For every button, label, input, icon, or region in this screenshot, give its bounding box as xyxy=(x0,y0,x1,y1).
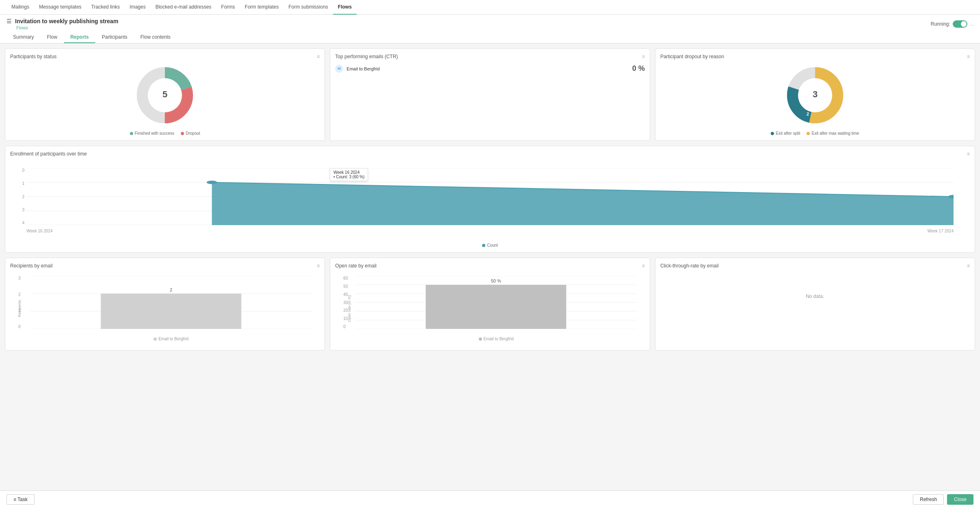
toggle-knob xyxy=(961,21,967,27)
dropout-legend: Exit after split Exit after max waiting … xyxy=(771,131,859,136)
email-icon: ✉ xyxy=(335,65,343,73)
svg-text:50 %: 50 % xyxy=(491,278,501,283)
nav-item-mailings[interactable]: Mailings xyxy=(7,0,34,15)
open-rate-bar-chart: 50 % xyxy=(355,276,636,329)
svg-rect-34 xyxy=(426,285,566,329)
legend-finished-success: Finished with success xyxy=(130,131,174,136)
toggle-text: ... xyxy=(970,22,973,26)
participant-dropout-card: Participant dropout by reason ≡ 3 1 2 xyxy=(655,48,975,141)
page-header: ☰ Invitation to weekly publishing stream… xyxy=(0,15,980,44)
card-title-dropout: Participant dropout by reason ≡ xyxy=(660,54,970,59)
top-charts-row: Participants by status ≡ 5 xyxy=(5,48,975,141)
svg-marker-18 xyxy=(212,182,954,225)
legend-dot-dropout xyxy=(181,132,184,135)
svg-text:2: 2 xyxy=(174,87,177,92)
page-title: Invitation to weekly publishing stream xyxy=(15,18,118,24)
legend-count: Count xyxy=(482,243,498,247)
card-title-participants: Participants by status ≡ xyxy=(10,54,320,59)
participants-donut-container: 5 2 3 Finished with success Dropout xyxy=(10,63,320,136)
legend-exit-split: Exit after split xyxy=(771,131,800,136)
participants-legend: Finished with success Dropout xyxy=(130,131,200,136)
top-performing-emails-card: Top performing emails (CTR) ≡ ✉ Email to… xyxy=(330,48,650,141)
nav-item-forms[interactable]: Forms xyxy=(216,0,240,15)
running-label: Running: xyxy=(931,21,950,27)
enrollment-legend: Count xyxy=(10,243,970,247)
card-title-top-emails: Top performing emails (CTR) ≡ xyxy=(335,54,645,59)
nav-item-form-templates[interactable]: Form templates xyxy=(240,0,283,15)
open-rate-y-axis: 0 10 20 30 40 50 60 xyxy=(343,276,348,329)
recipients-y-axis: 0 1 2 3 xyxy=(18,276,21,329)
ctr-menu-icon[interactable]: ≡ xyxy=(967,263,970,269)
participants-donut-chart: 5 2 3 xyxy=(132,63,197,128)
click-through-rate-card: Click-through-rate by email ≡ No data. xyxy=(655,258,975,350)
svg-text:2: 2 xyxy=(807,112,809,116)
enrollment-chart-wrapper: Week 16 2024 • Count: 3 (60 %) 4 3 2 1 0 xyxy=(10,160,970,241)
recipients-x-label: Email to Bergfrid xyxy=(31,337,311,341)
main-content: Participants by status ≡ 5 xyxy=(0,44,980,375)
svg-text:1: 1 xyxy=(822,81,824,86)
breadcrumb[interactable]: Flows xyxy=(16,25,118,30)
svg-point-19 xyxy=(206,181,217,184)
dropout-donut-container: 3 1 2 Exit after split Exit after max wa… xyxy=(660,63,970,136)
dropout-menu-icon[interactable]: ≡ xyxy=(967,54,970,59)
svg-text:3: 3 xyxy=(155,105,157,110)
dropout-donut-chart: 3 1 2 xyxy=(783,63,848,128)
legend-dot-success xyxy=(130,132,133,135)
enrollment-over-time-section: Enrollment of participants over time ≡ W… xyxy=(5,146,975,253)
nav-item-flows[interactable]: Flows xyxy=(333,0,357,15)
donut-center-value: 5 xyxy=(162,89,167,99)
nav-item-tracked-links[interactable]: Tracked links xyxy=(86,0,125,15)
hamburger-icon: ☰ xyxy=(7,18,12,24)
enrollment-menu-icon[interactable]: ≡ xyxy=(967,151,970,157)
recipients-by-email-card: Recipients by email ≡ Recipients 0 1 2 3 xyxy=(5,258,325,350)
running-toggle[interactable] xyxy=(953,20,967,28)
tab-participants[interactable]: Participants xyxy=(95,32,134,43)
svg-rect-25 xyxy=(101,293,241,329)
participants-menu-icon[interactable]: ≡ xyxy=(317,54,320,59)
nav-item-images[interactable]: Images xyxy=(125,0,150,15)
nav-item-blocked-emails[interactable]: Blocked e-mail addresses xyxy=(151,0,216,15)
recipients-menu-icon[interactable]: ≡ xyxy=(317,263,320,269)
card-title-enrollment: Enrollment of participants over time ≡ xyxy=(10,151,970,157)
legend-dot-count xyxy=(482,244,485,247)
y-axis-labels: 4 3 2 1 0 xyxy=(10,168,24,225)
enrollment-area-chart xyxy=(26,168,954,225)
legend-dot-split xyxy=(771,132,774,135)
open-rate-y-label: Open rate (in %) xyxy=(347,295,351,322)
nav-item-message-templates[interactable]: Message templates xyxy=(34,0,86,15)
bottom-charts-row: Recipients by email ≡ Recipients 0 1 2 3 xyxy=(5,258,975,350)
svg-text:3: 3 xyxy=(813,89,818,99)
card-title-open-rate: Open rate by email ≡ xyxy=(335,263,645,269)
title-breadcrumb-group: ☰ Invitation to weekly publishing stream… xyxy=(7,18,118,30)
card-title-ctr: Click-through-rate by email ≡ xyxy=(660,263,970,269)
email-row: ✉ Email to Bergfrid 0 % xyxy=(335,63,645,74)
nav-item-form-submissions[interactable]: Form submissions xyxy=(283,0,333,15)
open-rate-x-label: Email to Bergfrid xyxy=(355,337,636,341)
ctr-no-data: No data. xyxy=(660,272,970,321)
open-rate-menu-icon[interactable]: ≡ xyxy=(642,263,645,269)
recipients-bar-chart: 2 xyxy=(31,276,311,329)
top-navigation: Mailings Message templates Tracked links… xyxy=(0,0,980,15)
svg-text:2: 2 xyxy=(170,287,172,292)
tab-reports[interactable]: Reports xyxy=(64,32,95,43)
tab-flow[interactable]: Flow xyxy=(40,32,64,43)
card-title-recipients: Recipients by email ≡ xyxy=(10,263,320,269)
open-rate-chart-area: Open rate (in %) 0 10 20 30 40 50 60 xyxy=(335,272,645,345)
tab-summary[interactable]: Summary xyxy=(7,32,40,43)
top-emails-menu-icon[interactable]: ≡ xyxy=(642,54,645,59)
open-rate-by-email-card: Open rate by email ≡ Open rate (in %) 0 … xyxy=(330,258,650,350)
enrollment-card: Enrollment of participants over time ≡ W… xyxy=(5,146,975,253)
x-axis-labels: Week 16 2024 Week 17 2024 xyxy=(26,229,954,233)
running-status-row: Running: ... xyxy=(931,20,973,28)
legend-dropout: Dropout xyxy=(181,131,200,136)
legend-dot-waiting xyxy=(807,132,810,135)
recipients-chart-area: Recipients 0 1 2 3 2 xyxy=(10,272,320,345)
tab-flow-contents[interactable]: Flow contents xyxy=(134,32,177,43)
sub-tabs: Summary Flow Reports Participants Flow c… xyxy=(7,32,973,43)
legend-exit-waiting: Exit after max waiting time xyxy=(807,131,859,136)
participants-by-status-card: Participants by status ≡ 5 xyxy=(5,48,325,141)
